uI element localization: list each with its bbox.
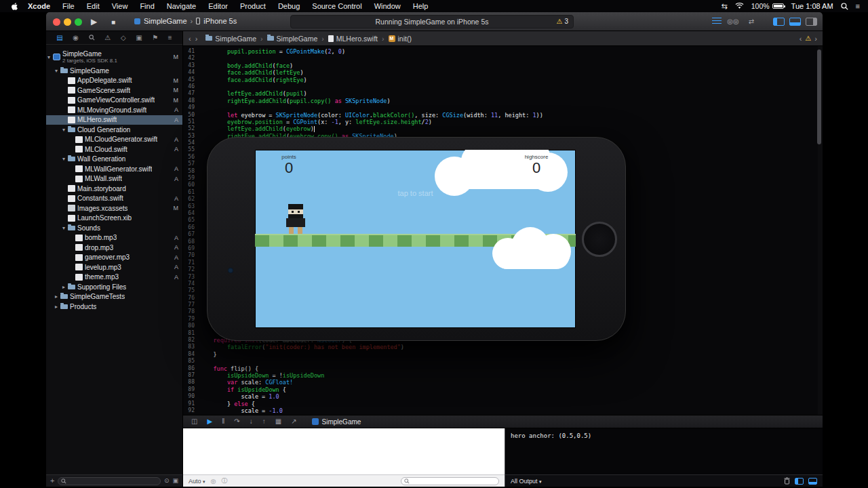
- version-editor-button[interactable]: ⇄: [745, 17, 758, 26]
- menu-item-source-control[interactable]: Source Control: [306, 0, 368, 12]
- apple-menu[interactable]: [7, 2, 22, 11]
- forward-button[interactable]: ›: [195, 35, 198, 43]
- project-navigator-icon[interactable]: ▤: [56, 35, 62, 41]
- tree-item-simplegame[interactable]: ▾SimpleGame: [46, 66, 182, 76]
- show-console-view-toggle[interactable]: [808, 478, 817, 485]
- spotlight-icon[interactable]: [841, 3, 848, 10]
- keyboard-switcher-icon[interactable]: ⇆: [722, 2, 728, 11]
- trash-icon[interactable]: [784, 477, 790, 485]
- menu-item-product[interactable]: Product: [234, 0, 272, 12]
- tree-item-mlwallgenerator-swift[interactable]: MLWallGenerator.swiftA: [46, 164, 182, 174]
- battery-status[interactable]: 100%: [751, 2, 784, 10]
- symbol-navigator-icon[interactable]: ◉: [73, 35, 79, 41]
- menu-item-debug[interactable]: Debug: [272, 0, 306, 12]
- breadcrumb-segment-mlhero-swift[interactable]: MLHero.swift: [328, 35, 378, 43]
- add-file-button[interactable]: +: [50, 477, 54, 485]
- recent-files-filter-icon[interactable]: ⊙: [164, 477, 170, 485]
- breadcrumb-segment-init-[interactable]: Minit(): [389, 35, 412, 43]
- menu-item-edit[interactable]: Edit: [81, 0, 106, 12]
- tree-item-drop-mp3[interactable]: drop.mp3A: [46, 243, 182, 253]
- editor-scrollbar[interactable]: [817, 49, 821, 144]
- view-hierarchy-button[interactable]: ▦: [275, 418, 281, 425]
- menu-item-navigate[interactable]: Navigate: [161, 0, 202, 12]
- previous-issue-button[interactable]: ‹: [800, 35, 802, 43]
- assistant-editor-button[interactable]: ◎◎: [726, 17, 740, 26]
- variables-scope-dropdown[interactable]: Auto ▾: [189, 478, 205, 485]
- issue-navigator-icon[interactable]: ⚠: [104, 35, 111, 41]
- tree-item-appdelegate-swift[interactable]: AppDelegate.swiftM: [46, 76, 182, 86]
- menu-clock[interactable]: Tue 1:08 AM: [791, 2, 833, 10]
- report-navigator-icon[interactable]: ≡: [168, 35, 172, 41]
- tree-item-simplegame[interactable]: ▾SimpleGame2 targets, iOS SDK 8.1M: [46, 48, 182, 66]
- tree-item-mlmovingground-swift[interactable]: MLMovingGround.swiftA: [46, 105, 182, 115]
- find-navigator-icon[interactable]: [89, 35, 95, 41]
- tree-item-products[interactable]: ▸Products: [46, 302, 182, 312]
- tree-item-mlcloudgenerator-swift[interactable]: MLCloudGenerator.swiftA: [46, 135, 182, 145]
- back-button[interactable]: ‹: [189, 35, 191, 43]
- menu-item-view[interactable]: View: [106, 0, 134, 12]
- hide-debug-area-button[interactable]: ◫: [191, 418, 197, 425]
- disclosure-triangle-icon[interactable]: ▾: [62, 127, 68, 133]
- menu-item-help[interactable]: Help: [407, 0, 435, 12]
- navigator-filter-field[interactable]: [58, 477, 161, 485]
- scm-status-filter-icon[interactable]: ▣: [172, 477, 178, 485]
- continue-button[interactable]: ▶: [207, 418, 212, 425]
- disclosure-triangle-icon[interactable]: ▾: [62, 225, 68, 231]
- tree-item-levelup-mp3[interactable]: levelup.mp3A: [46, 262, 182, 272]
- console-scope-dropdown[interactable]: All Output ▾: [511, 478, 542, 485]
- disclosure-triangle-icon[interactable]: ▾: [62, 156, 68, 162]
- tree-item-simplegametests[interactable]: ▸SimpleGameTests: [46, 292, 182, 302]
- tree-item-constants-swift[interactable]: Constants.swiftA: [46, 194, 182, 204]
- stop-button[interactable]: ■: [111, 17, 115, 28]
- toggle-debug-area-button[interactable]: [789, 18, 801, 26]
- next-issue-button[interactable]: ›: [814, 35, 817, 43]
- wifi-icon[interactable]: [735, 3, 744, 9]
- step-over-button[interactable]: ↷: [234, 418, 239, 425]
- menu-item-editor[interactable]: Editor: [202, 0, 234, 12]
- flat-view-icon[interactable]: ◎: [211, 478, 216, 485]
- disclosure-triangle-icon[interactable]: ▾: [47, 54, 53, 60]
- tree-item-images-xcassets[interactable]: Images.xcassetsM: [46, 203, 182, 214]
- tree-item-supporting-files[interactable]: ▸Supporting Files: [46, 282, 182, 292]
- location-button[interactable]: ↗: [291, 418, 296, 425]
- menu-item-find[interactable]: Find: [134, 0, 160, 12]
- console-pane[interactable]: hero anchor: (0.5,0.5) All Output ▾: [505, 428, 823, 487]
- tree-item-cloud-generation[interactable]: ▾Cloud Generation: [46, 125, 182, 135]
- tree-item-gameover-mp3[interactable]: gameover.mp3A: [46, 253, 182, 263]
- info-icon[interactable]: ⓘ: [221, 476, 227, 485]
- menu-item-window[interactable]: Window: [368, 0, 407, 12]
- tree-item-gamescene-swift[interactable]: GameScene.swiftM: [46, 85, 182, 96]
- zoom-window-button[interactable]: [75, 18, 82, 26]
- disclosure-triangle-icon[interactable]: ▸: [55, 304, 60, 310]
- tree-item-sounds[interactable]: ▾Sounds: [46, 223, 182, 233]
- scheme-selector[interactable]: SimpleGame › iPhone 5s: [134, 17, 237, 25]
- test-navigator-icon[interactable]: ◇: [121, 35, 126, 41]
- standard-editor-button[interactable]: [712, 18, 722, 25]
- debug-navigator-icon[interactable]: ▣: [136, 35, 142, 41]
- breakpoint-navigator-icon[interactable]: ⚑: [152, 35, 158, 41]
- tree-item-mlcloud-swift[interactable]: MLCloud.swiftA: [46, 144, 182, 155]
- close-window-button[interactable]: [53, 18, 60, 26]
- tree-item-main-storyboard[interactable]: Main.storyboard: [46, 184, 182, 194]
- game-screen[interactable]: points 0 highscore 0 tap to start: [255, 150, 576, 328]
- pause-button[interactable]: ‖: [222, 418, 224, 425]
- tree-item-theme-mp3[interactable]: theme.mp3A: [46, 272, 182, 283]
- tree-item-launchscreen-xib[interactable]: LaunchScreen.xib: [46, 214, 182, 224]
- menu-item-file[interactable]: File: [56, 0, 81, 12]
- home-button[interactable]: [582, 222, 617, 257]
- step-out-button[interactable]: ↑: [262, 418, 266, 425]
- notification-center-icon[interactable]: ≡: [856, 2, 860, 10]
- tree-item-gameviewcontroller-swift[interactable]: GameViewController.swiftM: [46, 96, 182, 106]
- debug-process-chip[interactable]: SimpleGame: [312, 418, 361, 426]
- tree-item-wall-generation[interactable]: ▾Wall Generation: [46, 155, 182, 165]
- toggle-inspectors-button[interactable]: [806, 18, 817, 26]
- step-into-button[interactable]: ↓: [250, 418, 253, 425]
- disclosure-triangle-icon[interactable]: ▸: [55, 293, 60, 300]
- disclosure-triangle-icon[interactable]: ▸: [62, 284, 68, 290]
- minimize-window-button[interactable]: [64, 18, 71, 26]
- menu-item-xcode[interactable]: Xcode: [22, 0, 56, 12]
- variables-filter-field[interactable]: [401, 477, 499, 485]
- show-variables-view-toggle[interactable]: [795, 478, 804, 485]
- jump-bar-warning-icon[interactable]: ⚠: [805, 35, 811, 42]
- breadcrumb-segment-simplegame[interactable]: SimpleGame: [267, 35, 318, 43]
